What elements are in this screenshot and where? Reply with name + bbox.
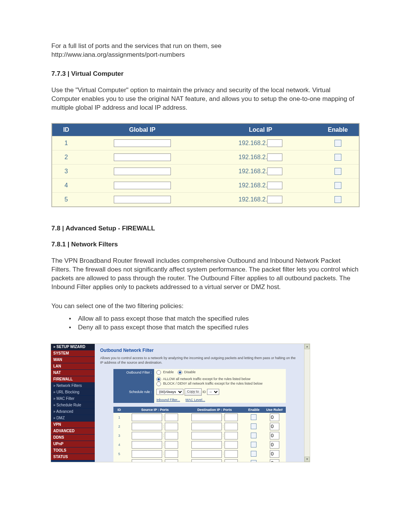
sidebar-item[interactable]: VPN [51,422,95,428]
sidebar-item[interactable]: UPnP [51,441,95,447]
radio-disable[interactable] [178,370,182,375]
use-rule-input[interactable] [270,423,279,430]
local-ip-prefix: 192.168.2. [239,196,268,203]
sidebar-item[interactable]: NAT [51,370,95,376]
scroll-up-icon[interactable]: ▴ [304,344,310,349]
sidebar-item[interactable]: ADVANCED [51,428,95,435]
enable-checkbox[interactable] [335,154,341,161]
sidebar-item[interactable]: » URL Blocking [51,389,95,396]
rule-row: 5 : : [113,449,286,459]
global-ip-input[interactable] [114,168,171,175]
use-rule-input[interactable] [270,450,279,458]
use-rule-input[interactable] [270,459,279,463]
local-ip-input[interactable] [267,182,282,189]
scrollbar[interactable]: ▴ ▾ [304,344,310,462]
rule-row: 1 : : [113,413,286,422]
filter-form-table: Outbound Filter : Enable Disable ALLOW a… [113,369,286,403]
global-ip-input[interactable] [114,182,171,189]
dst-port-input[interactable] [225,423,238,430]
vc-row: 1192.168.2. [52,136,359,150]
sidebar-item[interactable]: TOOLS [51,447,95,454]
src-ip-input[interactable] [132,459,162,463]
sidebar-item[interactable]: FIREWALL [51,376,95,383]
rule-row: 6 : : [113,459,286,463]
schedule-select[interactable]: (00)Always [156,389,183,395]
mac-level-link[interactable]: MAC Level... [186,398,206,402]
local-ip-input[interactable] [267,196,282,203]
rule-enable-checkbox[interactable] [251,433,256,438]
rule-id: 4 [113,440,125,449]
sidebar-item[interactable]: » SETUP WIZARD [51,344,95,350]
enable-checkbox[interactable] [335,196,341,203]
dst-port-input[interactable] [225,441,238,449]
rule-enable-checkbox[interactable] [251,460,256,462]
vc-cell-id: 3 [52,164,80,178]
sidebar-item[interactable]: STATUS [51,454,95,460]
dst-ip-input[interactable] [191,441,222,449]
copy-id-select[interactable]: -- [207,389,219,395]
radio-policy-allow[interactable] [156,377,161,382]
src-port-input[interactable] [165,423,178,430]
local-ip-input[interactable] [267,168,282,175]
local-ip-prefix: 192.168.2. [239,140,268,147]
rule-enable-checkbox[interactable] [251,442,256,447]
local-ip-input[interactable] [267,153,282,161]
local-ip-input[interactable] [267,139,282,147]
sidebar-item[interactable]: DDNS [51,435,95,441]
src-port-input[interactable] [165,450,178,458]
enable-checkbox[interactable] [335,182,341,189]
rule-row: 3 : : [113,431,286,440]
src-port-input[interactable] [165,414,178,421]
vc-row: 5192.168.2. [52,192,359,206]
src-ip-input[interactable] [132,423,162,430]
sidebar-item[interactable]: » Schedule Rule [51,402,95,409]
sidebar-item[interactable]: » Network Filters [51,383,95,389]
sidebar-item[interactable]: SYSTEM [51,350,95,357]
inbound-filter-link[interactable]: Inbound Filter... [156,398,180,402]
rules-table: ID Source IP : Ports Destination IP : Po… [113,407,286,463]
radio-enable[interactable] [156,370,161,375]
enable-checkbox[interactable] [335,168,341,175]
src-ip-input[interactable] [132,432,162,439]
src-ip-input[interactable] [132,441,162,449]
sidebar-item[interactable]: LAN [51,363,95,370]
dst-ip-input[interactable] [191,432,222,439]
dst-ip-input[interactable] [191,423,222,430]
enable-checkbox[interactable] [335,140,341,147]
use-rule-input[interactable] [270,414,279,421]
vc-cell-id: 1 [52,136,80,150]
schedule-rule-label: Schedule rule : [113,387,154,397]
sidebar-item[interactable]: » MAC Filter [51,396,95,402]
global-ip-input[interactable] [114,139,171,147]
src-ip-input[interactable] [132,414,162,421]
use-rule-input[interactable] [270,441,279,449]
vc-cell-id: 4 [52,178,80,192]
dst-port-input[interactable] [225,450,238,458]
dst-port-input[interactable] [225,414,238,421]
src-port-input[interactable] [165,441,178,449]
use-rule-input[interactable] [270,432,279,439]
src-port-input[interactable] [165,459,178,463]
disable-label: Disable [184,370,196,374]
scroll-down-icon[interactable]: ▾ [304,457,310,462]
rule-enable-checkbox[interactable] [251,451,256,457]
sidebar-item[interactable]: WAN [51,357,95,363]
dst-port-input[interactable] [225,459,238,463]
sidebar-item[interactable]: » Advanced [51,409,95,415]
vc-header-local: Local IP [204,124,317,136]
rule-enable-checkbox[interactable] [251,414,256,420]
dst-ip-input[interactable] [191,459,222,463]
src-port-input[interactable] [165,432,178,439]
dst-ip-input[interactable] [191,414,222,421]
global-ip-input[interactable] [114,153,171,161]
global-ip-input[interactable] [114,196,171,203]
copy-to-button[interactable]: Copy to [185,388,202,396]
radio-policy-block[interactable] [156,382,161,386]
sidebar-item[interactable]: » DMZ [51,415,95,422]
dst-ip-input[interactable] [191,450,222,458]
src-ip-input[interactable] [132,450,162,458]
dst-port-input[interactable] [225,432,238,439]
rule-row: 4 : : [113,440,286,449]
rule-id: 3 [113,431,125,440]
rule-enable-checkbox[interactable] [251,423,256,429]
